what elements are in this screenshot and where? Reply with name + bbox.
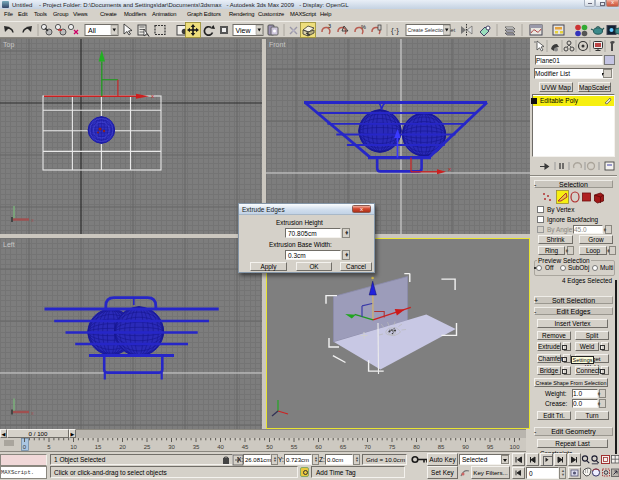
svg-text:100: 100 [509, 444, 520, 450]
svg-text:10: 10 [70, 444, 77, 450]
svg-text:Front: Front [269, 41, 285, 48]
svg-text:55: 55 [291, 444, 298, 450]
svg-text:{·}: {·} [391, 26, 399, 35]
svg-text:90: 90 [462, 444, 469, 450]
svg-text:20: 20 [119, 444, 126, 450]
svg-text:70: 70 [364, 444, 371, 450]
svg-text:45: 45 [242, 444, 249, 450]
svg-text:95: 95 [487, 444, 494, 450]
svg-text:80: 80 [413, 444, 420, 450]
svg-text:3: 3 [328, 23, 331, 29]
svg-text:60: 60 [315, 444, 322, 450]
svg-text:%: % [361, 24, 366, 30]
svg-text:25: 25 [144, 444, 151, 450]
svg-text:5: 5 [47, 444, 51, 450]
svg-text:x: x [31, 410, 34, 416]
svg-text:All: All [88, 27, 96, 34]
svg-text:15: 15 [95, 444, 102, 450]
svg-text:85: 85 [438, 444, 445, 450]
svg-text:View: View [236, 27, 252, 34]
svg-text:30: 30 [168, 444, 175, 450]
svg-text:x: x [31, 217, 34, 223]
svg-text:35: 35 [193, 444, 200, 450]
svg-text:x: x [448, 166, 451, 172]
svg-text:40: 40 [217, 444, 224, 450]
svg-text:Left: Left [3, 241, 15, 248]
svg-text:Top: Top [3, 41, 14, 49]
svg-text:65: 65 [340, 444, 347, 450]
svg-text:50: 50 [266, 444, 273, 450]
svg-text:75: 75 [389, 444, 396, 450]
svg-text:x: x [151, 93, 154, 99]
